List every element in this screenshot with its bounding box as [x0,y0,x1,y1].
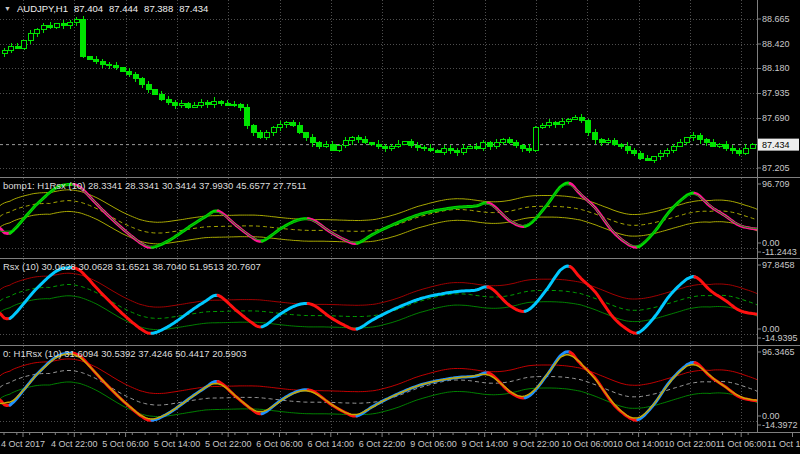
time-axis-label: 11 Oct 14:00 [767,439,800,449]
price-axis-label: 87.205 [762,163,790,173]
time-axis-label: 5 Oct 14:00 [154,439,201,449]
time-axis-label: 9 Oct 06:00 [410,439,457,449]
indicator-header-bomp1: bomp1: H1Rsx (10) 28.3341 28.3341 30.341… [3,180,307,191]
time-axis-label: 10 Oct 14:00 [613,439,665,449]
price-axis-label: 87.690 [762,113,790,123]
indicator-header-h1rsx: 0: H1Rsx (10) 31.6094 30.5392 37.4246 50… [3,348,247,359]
ohlc-open: 87.404 [74,3,103,14]
chart-canvas[interactable]: 88.66588.42088.18087.93587.69087.20587.4… [0,0,800,454]
indicator-header-rsx: Rsx (10) 30.0628 30.0628 31.6521 38.7040… [3,261,261,272]
time-axis-label: 6 Oct 06:00 [256,439,303,449]
price-axis-label: 88.665 [762,14,790,24]
symbol-title: AUDJPY,H1 [17,3,68,14]
symbol-dropdown-icon[interactable]: ▼ [4,5,11,12]
ohlc-high: 87.444 [109,3,138,14]
time-axis-label: 9 Oct 22:00 [513,439,560,449]
time-axis-label: 6 Oct 14:00 [308,439,355,449]
indicator-axis-label: 96.709 [762,179,790,189]
time-axis-label: 4 Oct 22:00 [51,439,98,449]
indicator-axis-label: -14.3972 [762,420,798,430]
indicator-axis-label: -14.9395 [762,333,798,343]
time-axis-label: 11 Oct 06:00 [716,439,767,449]
indicator-axis-label: 97.8458 [762,260,795,270]
time-axis-label: 10 Oct 22:00 [664,439,716,449]
indicator-axis-label: -11.2443 [762,247,797,257]
ohlc-low: 87.388 [144,3,173,14]
ohlc-close: 87.434 [179,3,208,14]
chart-window: 88.66588.42088.18087.93587.69087.20587.4… [0,0,800,454]
time-axis-label: 6 Oct 22:00 [359,439,406,449]
time-axis-label: 5 Oct 22:00 [205,439,252,449]
chart-header: ▼ AUDJPY,H1 87.404 87.444 87.388 87.434 [4,3,208,14]
current-price-label: 87.434 [762,140,790,150]
price-axis-label: 88.180 [762,63,790,73]
time-axis-label: 10 Oct 06:00 [562,439,614,449]
time-axis-label: 4 Oct 2017 [1,439,45,449]
price-axis-label: 87.935 [762,88,790,98]
indicator-axis-label: 96.3465 [762,347,795,357]
time-axis-label: 5 Oct 06:00 [102,439,149,449]
time-axis-label: 9 Oct 14:00 [461,439,508,449]
price-axis-label: 88.420 [762,39,790,49]
